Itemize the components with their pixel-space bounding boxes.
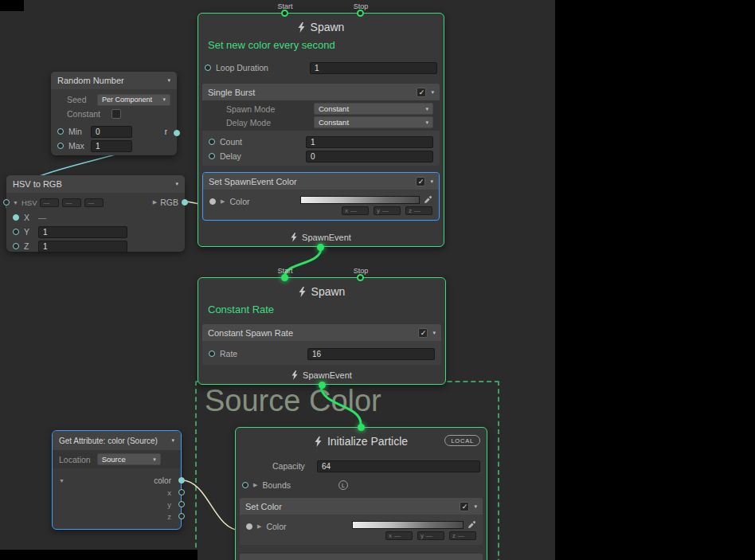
color-port[interactable] — [246, 523, 252, 530]
set-spawnevent-color-header[interactable]: Set SpawnEvent Color ✓ ▾ — [203, 173, 439, 190]
eyedropper-icon[interactable] — [467, 520, 476, 529]
delay-field[interactable]: 0 — [306, 151, 433, 163]
chevron-down-icon[interactable]: ▾ — [167, 77, 170, 84]
rate-port[interactable] — [209, 350, 215, 357]
node-spawn-1[interactable]: Start Stop Spawn Set new color every sec… — [198, 13, 444, 247]
set-color-header[interactable]: Set Color ✓ ▾ — [240, 498, 483, 515]
get-attribute-title: Get Attribute: color (Source) — [59, 437, 158, 445]
constant-checkbox[interactable] — [111, 109, 121, 119]
constant-spawn-rate-header[interactable]: Constant Spawn Rate ✓ ▾ — [202, 324, 441, 341]
seed-value: Per Component — [102, 96, 152, 104]
count-port[interactable] — [209, 139, 215, 145]
count-row: Count 1 — [202, 135, 440, 148]
spawnevent-label: SpawnEvent — [302, 233, 351, 242]
chevron-down-icon[interactable]: ▾ — [432, 330, 436, 336]
y-field[interactable]: 1 — [38, 226, 127, 238]
color-y-field: y— — [374, 206, 401, 215]
set-spawnevent-color-block[interactable]: Set SpawnEvent Color ✓ ▾ ▶ Color x— — [202, 172, 440, 221]
flow-port-stop[interactable] — [357, 10, 364, 17]
single-burst-header[interactable]: Single Burst ✓ ▾ — [202, 84, 440, 100]
node-hsv-to-rgb[interactable]: HSV to RGB ▾ ▼ HSV — — — ▶ RGB X — Y 1 — [6, 175, 185, 252]
spawn-mode-label: Spawn Mode — [226, 104, 275, 114]
node-spawn-2[interactable]: Start Stop Spawn Constant Rate Constant … — [198, 277, 446, 385]
flow-port-stop[interactable] — [357, 274, 364, 281]
color-gradient-field[interactable] — [352, 521, 464, 529]
delay-mode-value: Constant — [319, 118, 349, 127]
hsv-input-port[interactable] — [3, 199, 10, 206]
x-output-port[interactable] — [178, 489, 185, 495]
z-output-port[interactable] — [178, 513, 185, 519]
delay-port[interactable] — [209, 153, 215, 159]
random-output-port[interactable] — [174, 130, 180, 136]
chevron-down-icon[interactable]: ▾ — [430, 178, 433, 185]
node-title: Spawn — [198, 280, 445, 303]
color-components: x— y— z— — [300, 206, 432, 215]
y-input-port[interactable] — [13, 229, 19, 235]
delay-label: Delay — [220, 151, 241, 161]
single-burst-checkbox[interactable]: ✓ — [417, 88, 426, 97]
loop-duration-field[interactable]: 1 — [310, 62, 437, 74]
color-port[interactable] — [209, 198, 216, 205]
next-block-header-stub[interactable] — [240, 554, 483, 560]
z-input-port[interactable] — [13, 243, 19, 249]
group-title: Source Color — [197, 382, 498, 420]
eyedropper-icon[interactable] — [424, 195, 432, 204]
chevron-down-icon[interactable]: ▾ — [431, 89, 434, 96]
hsv-y-row: Y 1 — [6, 225, 185, 238]
node-title-text: Spawn — [311, 285, 346, 298]
set-color-checkbox[interactable]: ✓ — [460, 502, 469, 511]
flow-port-start[interactable] — [281, 10, 288, 17]
min-port[interactable] — [57, 128, 64, 135]
chevron-down-icon[interactable]: ▾ — [474, 503, 477, 510]
triangle-down-icon[interactable]: ▼ — [13, 200, 18, 206]
set-color-block[interactable]: Set Color ✓ ▾ ▶ Color x— y— — [240, 498, 483, 545]
color-x-field: x— — [342, 206, 369, 215]
seed-dropdown[interactable]: Per Component ▾ — [97, 94, 170, 106]
triangle-right-icon[interactable]: ▶ — [253, 482, 257, 488]
constant-spawn-rate-block[interactable]: Constant Spawn Rate ✓ ▾ Rate 16 — [202, 324, 441, 365]
y-output-port[interactable] — [178, 501, 185, 507]
node-get-attribute[interactable]: Get Attribute: color (Source) ▾ Location… — [52, 430, 182, 530]
rgb-output-port[interactable] — [182, 199, 188, 206]
node-random-number[interactable]: Random Number ▾ Seed Per Component ▾ Con… — [51, 72, 177, 155]
chevron-down-icon[interactable]: ▾ — [171, 437, 174, 444]
constant-spawn-rate-checkbox[interactable]: ✓ — [418, 328, 428, 338]
max-row: Max 1 — [51, 139, 177, 152]
single-burst-block[interactable]: Single Burst ✓ ▾ Spawn Mode Constant ▾ D… — [202, 84, 440, 166]
z-field[interactable]: 1 — [38, 241, 127, 253]
local-badge[interactable]: LOCAL — [444, 435, 480, 446]
hsv-title: HSV to RGB — [13, 179, 62, 189]
triangle-down-icon[interactable]: ▼ — [59, 478, 65, 484]
random-number-header[interactable]: Random Number ▾ — [51, 72, 177, 89]
delay-mode-dropdown[interactable]: Constant ▾ — [314, 116, 433, 128]
max-port[interactable] — [57, 143, 64, 149]
min-field[interactable]: 0 — [91, 126, 132, 138]
location-dropdown[interactable]: Source ▾ — [97, 453, 161, 465]
color-widget: x— y— z— — [352, 520, 476, 540]
flow-port-spawnevent[interactable] — [317, 244, 324, 251]
flow-port-input[interactable] — [358, 424, 365, 431]
node-initialize-particle[interactable]: Initialize Particle LOCAL Capacity 64 ▶ … — [235, 427, 487, 560]
get-attribute-header[interactable]: Get Attribute: color (Source) ▾ — [53, 431, 181, 450]
capacity-field[interactable]: 64 — [317, 460, 480, 472]
flow-port-spawnevent[interactable] — [319, 382, 326, 389]
color-output-row: ▼ color — [53, 475, 181, 487]
bounds-port[interactable] — [242, 482, 248, 488]
flow-port-start[interactable] — [281, 274, 288, 281]
local-space-icon[interactable]: L — [338, 480, 348, 490]
spawn-mode-value: Constant — [319, 104, 349, 113]
count-field[interactable]: 1 — [306, 136, 433, 148]
max-field[interactable]: 1 — [91, 140, 132, 152]
hsv-header[interactable]: HSV to RGB ▾ — [6, 175, 185, 193]
loop-duration-port[interactable] — [205, 65, 211, 71]
color-label: Color — [266, 522, 286, 531]
vfx-graph-canvas[interactable]: Source Color Start Stop Spawn Set new co… — [0, 0, 755, 560]
rate-field[interactable]: 16 — [307, 348, 435, 360]
set-spawnevent-color-checkbox[interactable]: ✓ — [416, 177, 425, 186]
color-output-port[interactable] — [178, 477, 185, 484]
x-input-port[interactable] — [13, 214, 19, 221]
color-gradient-field[interactable] — [300, 196, 420, 204]
chevron-down-icon[interactable]: ▾ — [175, 181, 178, 187]
topleft-black-strip — [0, 0, 24, 11]
spawn-mode-dropdown[interactable]: Constant ▾ — [314, 103, 433, 115]
